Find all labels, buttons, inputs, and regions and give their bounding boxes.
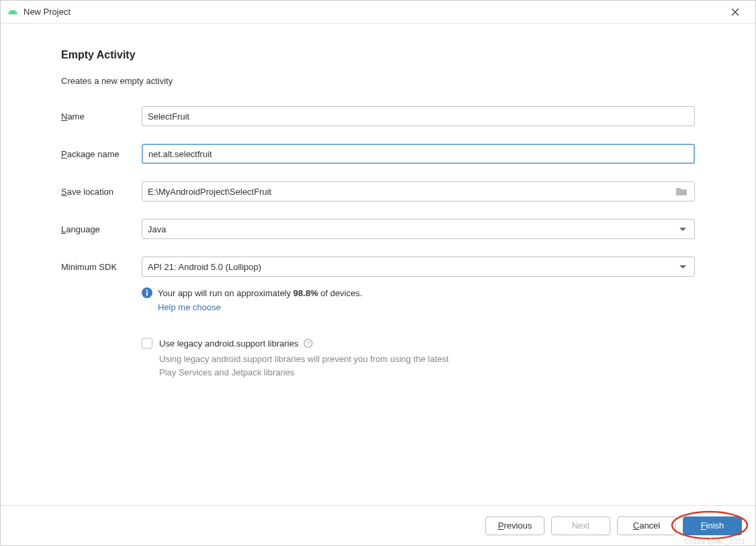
package-name-row: Package name [61, 144, 695, 164]
legacy-hint: Using legacy android.support libraries w… [159, 353, 461, 379]
svg-rect-2 [146, 292, 148, 296]
package-name-input[interactable] [142, 144, 695, 164]
chevron-down-icon [679, 265, 686, 269]
name-input[interactable] [142, 106, 695, 126]
language-select[interactable]: Java [142, 219, 695, 239]
name-row: Name [61, 106, 695, 126]
browse-folder-icon[interactable] [675, 187, 688, 196]
chevron-down-icon [679, 228, 686, 231]
finish-button[interactable]: Finish [683, 516, 742, 535]
min-sdk-select[interactable]: API 21: Android 5.0 (Lollipop) [142, 257, 695, 277]
legacy-checkbox-label: Use legacy android.support libraries [159, 338, 298, 349]
help-me-choose-link[interactable]: Help me choose [158, 302, 695, 312]
language-label: Language [61, 224, 142, 234]
language-row: Language Java [61, 219, 695, 239]
legacy-checkbox[interactable] [142, 338, 152, 349]
svg-point-1 [146, 289, 148, 291]
titlebar: New Project [1, 1, 755, 24]
content-area: Empty Activity Creates a new empty activ… [1, 24, 755, 505]
device-info-section: Your app will run on approximately 98.8%… [142, 287, 695, 312]
min-sdk-label: Minimum SDK [61, 262, 142, 272]
window-title: New Project [23, 7, 722, 17]
svg-text:?: ? [307, 340, 310, 347]
page-heading: Empty Activity [61, 49, 695, 61]
next-button: Next [551, 516, 610, 535]
android-icon [7, 7, 18, 17]
save-location-label: Save location [61, 187, 142, 197]
save-location-input-wrap [142, 181, 695, 201]
save-location-row: Save location [61, 181, 695, 201]
min-sdk-value: API 21: Android 5.0 (Lollipop) [148, 262, 679, 272]
page-subtitle: Creates a new empty activity [61, 76, 695, 86]
legacy-checkbox-row: Use legacy android.support libraries ? [142, 338, 695, 349]
language-value: Java [148, 224, 679, 234]
name-label: Name [61, 111, 142, 122]
legacy-section: Use legacy android.support libraries ? U… [142, 338, 695, 379]
button-bar: Previous Next Cancel Finish [1, 505, 755, 545]
min-sdk-row: Minimum SDK API 21: Android 5.0 (Lollipo… [61, 257, 695, 277]
save-location-input[interactable] [142, 184, 675, 199]
cancel-button[interactable]: Cancel [617, 516, 676, 535]
info-icon [142, 287, 152, 298]
help-icon[interactable]: ? [303, 338, 313, 348]
close-button[interactable] [722, 2, 749, 22]
device-info-row: Your app will run on approximately 98.8%… [142, 287, 695, 298]
previous-button[interactable]: Previous [485, 516, 545, 535]
package-name-label: Package name [61, 149, 142, 159]
new-project-window: New Project Empty Activity Creates a new… [0, 0, 756, 546]
device-info-text: Your app will run on approximately 98.8%… [158, 288, 363, 298]
